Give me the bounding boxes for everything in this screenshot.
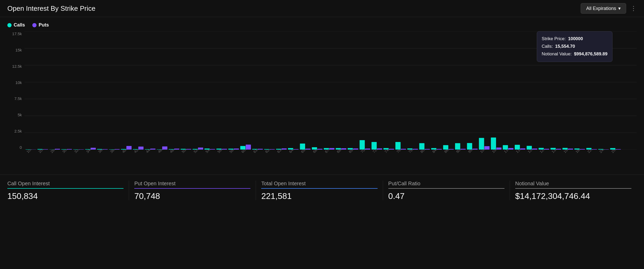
svg-rect-98 (563, 148, 568, 150)
svg-text:80000: 80000 (419, 150, 430, 154)
stat-put-oi: Put Open Interest 70,748 (129, 181, 256, 200)
svg-text:36000: 36000 (97, 150, 107, 154)
call-oi-label: Call Open Interest (7, 181, 123, 187)
svg-text:220000: 220000 (586, 150, 598, 154)
svg-text:56000: 56000 (217, 150, 227, 154)
stat-call-oi: Call Open Interest 150,834 (7, 181, 129, 200)
svg-text:125000: 125000 (539, 150, 550, 154)
svg-text:63000: 63000 (276, 150, 286, 154)
stats-row: Call Open Interest 150,834 Put Open Inte… (0, 175, 644, 206)
x-axis: 10000 20000 28000 30000 32000 34000 3600… (24, 150, 637, 160)
chevron-down-icon: ▾ (618, 6, 621, 11)
legend-puts: Puts (32, 22, 49, 28)
svg-text:46000: 46000 (157, 150, 167, 154)
tooltip-calls: Calls: 15,554.70 (542, 43, 607, 50)
svg-text:69000: 69000 (348, 150, 358, 154)
puts-dot (32, 23, 37, 27)
calls-dot (7, 23, 12, 27)
svg-rect-90 (515, 145, 520, 150)
svg-text:100000: 100000 (479, 150, 491, 154)
svg-rect-56 (312, 147, 317, 150)
svg-rect-44 (240, 146, 245, 150)
svg-text:10000: 10000 (26, 150, 36, 154)
svg-text:62000: 62000 (264, 150, 275, 154)
svg-text:52000: 52000 (193, 150, 203, 154)
svg-rect-82 (467, 143, 472, 150)
svg-rect-66 (372, 142, 377, 150)
svg-text:76000: 76000 (396, 150, 406, 154)
svg-text:65000: 65000 (300, 150, 310, 154)
svg-rect-80 (455, 143, 460, 150)
svg-rect-19 (91, 148, 96, 150)
svg-text:84000: 84000 (431, 150, 442, 154)
svg-text:120000: 120000 (527, 150, 538, 154)
stat-total-oi: Total Open Interest 221,581 (256, 181, 383, 200)
svg-rect-84 (479, 138, 484, 150)
header: Open Interest By Strike Price All Expira… (0, 0, 644, 17)
svg-text:70000: 70000 (360, 150, 370, 154)
svg-text:72000: 72000 (372, 150, 382, 154)
svg-rect-25 (126, 146, 132, 150)
legend-calls: Calls (7, 22, 25, 28)
calls-label: Calls (14, 22, 25, 28)
svg-text:60000: 60000 (240, 150, 251, 154)
svg-text:54000: 54000 (205, 150, 215, 154)
svg-text:110000: 110000 (503, 150, 514, 154)
svg-text:74000: 74000 (384, 150, 394, 154)
tooltip-notional: Notional Value: $994,876,589.89 (542, 50, 607, 58)
svg-rect-45 (246, 145, 251, 150)
svg-text:67000: 67000 (324, 150, 334, 154)
chart-area: Calls Puts Strike Price: 100000 Calls: 1… (0, 17, 644, 175)
chart-legend: Calls Puts (7, 22, 637, 28)
page-title: Open Interest By Strike Price (7, 4, 95, 13)
stat-notional: Notional Value $14,172,304,746.44 (510, 181, 637, 200)
notional-value: $14,172,304,746.44 (515, 191, 631, 201)
notional-label: Notional Value (515, 181, 631, 187)
svg-rect-70 (395, 142, 401, 150)
svg-text:90000: 90000 (455, 150, 466, 154)
svg-rect-88 (503, 145, 508, 150)
stat-ratio: Put/Call Ratio 0.47 (383, 181, 510, 200)
total-oi-value: 221,581 (261, 191, 377, 201)
y-label-25k: 2.5k (14, 129, 22, 133)
y-label-10k: 10k (16, 80, 22, 85)
svg-text:105000: 105000 (491, 150, 503, 154)
svg-text:240000: 240000 (599, 150, 610, 154)
put-oi-value: 70,748 (134, 191, 250, 201)
ratio-value: 0.47 (388, 191, 504, 201)
total-oi-underline (261, 188, 377, 189)
svg-rect-74 (419, 143, 425, 150)
svg-text:20000: 20000 (38, 150, 48, 154)
svg-text:38000: 38000 (109, 150, 120, 154)
svg-rect-27 (138, 147, 143, 150)
more-options-icon[interactable]: ⋮ (630, 5, 637, 12)
total-oi-label: Total Open Interest (261, 181, 377, 187)
svg-rect-94 (539, 148, 544, 150)
svg-rect-64 (360, 140, 365, 150)
svg-text:150000: 150000 (563, 150, 574, 154)
expiration-button[interactable]: All Expirations ▾ (581, 3, 626, 14)
chart-tooltip: Strike Price: 100000 Calls: 15,554.70 No… (537, 31, 612, 62)
svg-text:86000: 86000 (443, 150, 454, 154)
svg-text:32000: 32000 (73, 150, 84, 154)
y-axis: 17.5k 15k 12.5k 10k 7.5k 5k 2.5k 0 (7, 31, 24, 150)
svg-text:28000: 28000 (50, 150, 60, 154)
svg-rect-31 (162, 146, 167, 150)
call-oi-value: 150,834 (7, 191, 123, 201)
put-oi-label: Put Open Interest (134, 181, 250, 187)
svg-rect-92 (527, 146, 532, 150)
y-label-175k: 17.5k (12, 31, 22, 36)
svg-text:115000: 115000 (515, 150, 527, 154)
svg-rect-96 (550, 148, 556, 150)
ratio-label: Put/Call Ratio (388, 181, 504, 187)
y-label-15k: 15k (16, 48, 22, 52)
svg-rect-78 (443, 145, 448, 150)
puts-label: Puts (39, 22, 49, 28)
svg-text:135000: 135000 (551, 150, 562, 154)
call-oi-underline (7, 188, 123, 189)
svg-text:34000: 34000 (85, 150, 96, 154)
tooltip-strike: Strike Price: 100000 (542, 35, 607, 43)
svg-text:250000: 250000 (610, 150, 622, 154)
svg-text:78000: 78000 (408, 150, 418, 154)
expiration-label: All Expirations (586, 6, 616, 11)
